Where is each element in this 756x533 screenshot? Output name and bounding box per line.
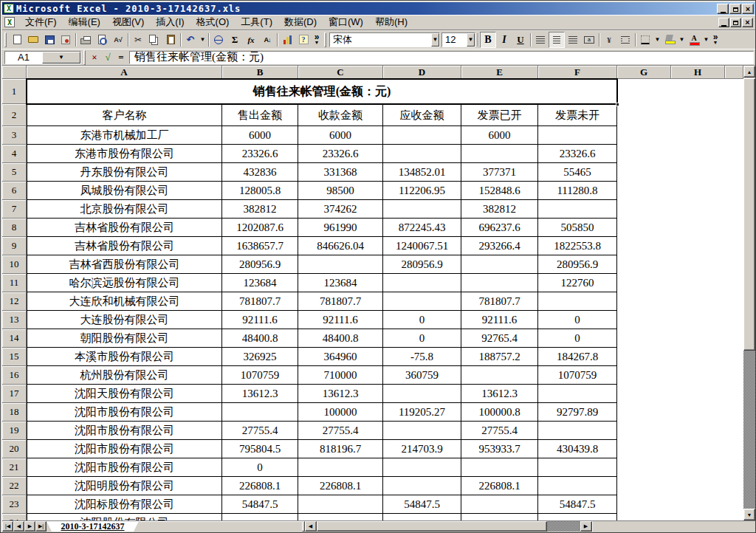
- cell[interactable]: 23326.6: [538, 145, 617, 163]
- cell[interactable]: 沈阳市股份有限公司: [27, 422, 222, 440]
- borders-dropdown[interactable]: ▼: [653, 32, 662, 47]
- workbook-icon[interactable]: X: [4, 17, 15, 27]
- cell[interactable]: 696237.6: [461, 219, 538, 237]
- workbook-minimize-button[interactable]: [718, 18, 729, 27]
- cell[interactable]: [298, 458, 383, 477]
- first-sheet-icon[interactable]: |◀: [2, 521, 13, 532]
- cell[interactable]: 432836: [222, 163, 298, 182]
- cell[interactable]: 123684: [298, 274, 383, 292]
- cell[interactable]: 沈阳市股份有限公司: [27, 440, 222, 458]
- menu-file[interactable]: 文件(F): [19, 14, 63, 30]
- cell[interactable]: [538, 422, 617, 440]
- copy-button[interactable]: [146, 32, 162, 48]
- align-right-button[interactable]: [565, 32, 581, 48]
- cell[interactable]: [383, 145, 461, 163]
- cell[interactable]: 781807.7: [461, 292, 538, 311]
- cell[interactable]: 大连欣和机械有限公司: [27, 292, 222, 311]
- formatting-toolbar-grip[interactable]: [324, 32, 326, 47]
- cell[interactable]: [538, 477, 617, 495]
- cell[interactable]: 364960: [298, 348, 383, 366]
- column-header-e[interactable]: E: [461, 66, 538, 79]
- row-header-9[interactable]: 9: [2, 237, 27, 255]
- cell[interactable]: -75.8: [383, 348, 461, 366]
- paste-button[interactable]: [162, 32, 179, 48]
- cell[interactable]: 54847.5: [383, 495, 461, 514]
- cell[interactable]: 382812: [461, 200, 538, 219]
- cell[interactable]: 818196.7: [298, 440, 383, 458]
- cell[interactable]: [222, 514, 298, 520]
- cell[interactable]: 781807.7: [222, 292, 298, 311]
- name-box[interactable]: A1 ▼: [4, 51, 81, 64]
- row-header-2[interactable]: 2: [2, 104, 27, 126]
- fill-color-dropdown[interactable]: ▼: [678, 32, 686, 47]
- row-header-22[interactable]: 22: [2, 477, 27, 495]
- cell[interactable]: 沈阳标股份有限公司: [27, 495, 222, 514]
- sheet-tab[interactable]: 2010-3-17142637: [47, 521, 139, 532]
- cell[interactable]: 6000: [298, 126, 383, 145]
- cell[interactable]: 0: [222, 458, 298, 477]
- row-header-23[interactable]: 23: [2, 495, 27, 514]
- cell[interactable]: 184267.8: [538, 348, 617, 366]
- cell[interactable]: 6000: [222, 126, 298, 145]
- row-header-7[interactable]: 7: [2, 200, 27, 219]
- row-header-12[interactable]: 12: [2, 292, 27, 311]
- font-name-dropdown-icon[interactable]: ▼: [431, 33, 439, 47]
- cell[interactable]: 134852.01: [383, 163, 461, 182]
- cell[interactable]: 152848.6: [461, 182, 538, 200]
- cell[interactable]: [383, 385, 461, 403]
- cell[interactable]: 13612.3: [222, 385, 298, 403]
- cell[interactable]: 280956.9: [538, 255, 617, 274]
- toolbar-grip[interactable]: [4, 32, 7, 47]
- cell[interactable]: 226808.1: [298, 477, 383, 495]
- cell[interactable]: 沈阳市股份有限公司: [27, 403, 222, 422]
- cell[interactable]: 92111.6: [298, 311, 383, 329]
- cell[interactable]: 48400.8: [298, 329, 383, 348]
- cell[interactable]: [538, 126, 617, 145]
- cell[interactable]: 100000.8: [461, 403, 538, 422]
- row-header-3[interactable]: 3: [2, 126, 27, 145]
- restore-button[interactable]: [729, 4, 741, 14]
- font-name-select[interactable]: 宋体 ▼: [329, 32, 440, 47]
- last-sheet-icon[interactable]: ▶|: [35, 521, 47, 532]
- cell[interactable]: 326925: [222, 348, 298, 366]
- cell[interactable]: 0: [538, 311, 617, 329]
- column-header-h[interactable]: H: [671, 66, 725, 79]
- cell[interactable]: [298, 514, 383, 520]
- italic-button[interactable]: I: [496, 32, 512, 48]
- cell[interactable]: [383, 126, 461, 145]
- cell[interactable]: 1822553.8: [538, 237, 617, 255]
- cell[interactable]: 朝阳股份有限公司: [27, 329, 222, 348]
- column-header-f[interactable]: F: [538, 66, 617, 79]
- cell[interactable]: 丹东股份有限公司: [27, 163, 222, 182]
- row-header-8[interactable]: 8: [2, 219, 27, 237]
- row-header-21[interactable]: 21: [2, 458, 27, 477]
- row-header-16[interactable]: 16: [2, 366, 27, 385]
- font-size-dropdown-icon[interactable]: ▼: [467, 33, 475, 47]
- menu-window[interactable]: 窗口(W): [323, 14, 369, 30]
- standard-toolbar-overflow[interactable]: »▼: [312, 34, 322, 46]
- cell[interactable]: 东港市机械加工厂: [27, 126, 222, 145]
- cell[interactable]: 凤城股份有限公司: [27, 182, 222, 200]
- caption-receivable[interactable]: 应收金额: [383, 104, 461, 126]
- confirm-entry-button[interactable]: √: [101, 51, 114, 64]
- cell[interactable]: 123684: [222, 274, 298, 292]
- cell[interactable]: 226808.1: [461, 477, 538, 495]
- cell[interactable]: 54847.5: [222, 495, 298, 514]
- horizontal-scroll-track[interactable]: [547, 521, 580, 532]
- cell[interactable]: 0: [383, 311, 461, 329]
- scroll-up-icon[interactable]: ▲: [743, 66, 755, 78]
- borders-button[interactable]: [637, 32, 653, 48]
- cell[interactable]: 吉林省股份有限公司: [27, 237, 222, 255]
- cell[interactable]: 872245.43: [383, 219, 461, 237]
- cell[interactable]: 13612.3: [298, 385, 383, 403]
- row-header-17[interactable]: 17: [2, 385, 27, 403]
- select-all-corner[interactable]: [2, 66, 27, 79]
- cell[interactable]: 795804.5: [222, 440, 298, 458]
- cell[interactable]: 374262: [298, 200, 383, 219]
- column-header-c[interactable]: C: [298, 66, 383, 79]
- cell[interactable]: 214703.9: [383, 440, 461, 458]
- hyperlink-button[interactable]: [210, 32, 227, 48]
- cell[interactable]: 122760: [538, 274, 617, 292]
- cell[interactable]: 128005.8: [222, 182, 298, 200]
- cell[interactable]: 92111.6: [461, 311, 538, 329]
